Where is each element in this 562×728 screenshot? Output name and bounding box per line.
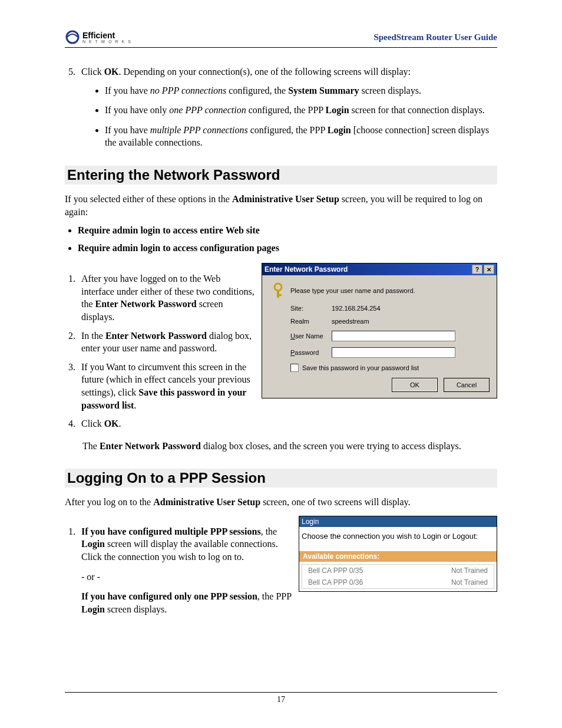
sec1-intro: If you selected either of these options … [65, 193, 497, 218]
heading-ppp-session: Logging On to a PPP Session [65, 469, 497, 487]
text: OK [104, 67, 119, 77]
ok-button[interactable]: OK [392, 378, 438, 392]
connections-table: Bell CA PPP 0/35 Not Trained Bell CA PPP… [302, 565, 494, 588]
dialog-prompt: Please type your user name and password. [290, 287, 415, 294]
page-footer: 17 [65, 692, 497, 704]
sec1-step1: After you have logged on to the Web inte… [78, 272, 254, 323]
svg-rect-3 [277, 294, 282, 296]
sec1-step3: If you Want to circumvent this screen in… [78, 361, 254, 411]
sec2-steps: If you have configured multiple PPP sess… [78, 525, 292, 616]
sec1-steps: After you have logged on to the Web inte… [78, 272, 254, 430]
text: Click [81, 67, 104, 77]
svg-point-1 [275, 284, 282, 291]
login-title: Login [299, 516, 497, 527]
key-icon [270, 282, 290, 299]
guide-title: SpeedStream Router User Guide [373, 32, 497, 42]
save-password-label: Save this password in your password list [302, 364, 419, 371]
connection-name: Bell CA PPP 0/36 [302, 577, 413, 588]
connection-status: Not Trained [413, 565, 494, 577]
heading-enter-network-password: Entering the Network Password [65, 166, 497, 185]
connection-status: Not Trained [413, 577, 494, 588]
username-input[interactable] [332, 331, 455, 341]
page-number: 17 [277, 695, 285, 704]
login-panel: Login Choose the connection you wish to … [299, 516, 497, 592]
bullet-multi-ppp: If you have multiple PPP connections con… [105, 124, 497, 149]
dialog-title: Enter Network Password [265, 265, 348, 274]
login-message: Choose the connection you wish to Login … [299, 527, 497, 551]
text: . Depending on your connection(s), one o… [119, 67, 411, 77]
help-button[interactable]: ? [472, 265, 482, 274]
step-list-top: Click OK. Depending on your connection(s… [78, 65, 497, 149]
opt-entire-site: Require admin login to access entire Web… [78, 225, 497, 236]
connection-name: Bell CA PPP 0/35 [302, 565, 413, 577]
logo-sub-text: N E T W O R K S [82, 39, 132, 44]
svg-point-0 [67, 31, 78, 43]
sec1-after: The Enter Network Password dialog box cl… [82, 440, 497, 453]
sec2-intro: After you log on to the Administrative U… [65, 496, 497, 509]
bullet-one-ppp: If you have only one PPP connection conf… [105, 104, 497, 117]
page-header: Efficient N E T W O R K S SpeedStream Ro… [65, 29, 497, 48]
connection-row[interactable]: Bell CA PPP 0/35 Not Trained [302, 565, 494, 577]
realm-value: speedstream [332, 318, 490, 325]
or-divider: - or - [81, 571, 292, 584]
sec1-step4: Click OK. [78, 417, 254, 430]
logo: Efficient N E T W O R K S [65, 29, 132, 45]
close-button[interactable]: ✕ [484, 265, 494, 274]
opt-config-pages: Require admin login to access configurat… [78, 243, 497, 253]
sec1-step2: In the Enter Network Password dialog box… [78, 330, 254, 355]
site-label: Site: [290, 305, 332, 312]
username-label: User Name [290, 332, 332, 340]
bullet-no-ppp: If you have no PPP connections configure… [105, 84, 497, 97]
logo-icon [65, 29, 80, 45]
sec2-step1: If you have configured multiple PPP sess… [78, 525, 292, 616]
connection-row[interactable]: Bell CA PPP 0/36 Not Trained [302, 577, 494, 588]
password-input[interactable] [332, 347, 455, 358]
available-connections-header: Available connections: [299, 551, 497, 562]
realm-label: Realm [290, 318, 332, 325]
enter-network-password-dialog: Enter Network Password ? ✕ [262, 263, 497, 398]
site-value: 192.168.254.254 [332, 305, 490, 312]
step-5: Click OK. Depending on your connection(s… [78, 65, 497, 149]
logo-main-text: Efficient [82, 31, 132, 39]
cancel-button[interactable]: Cancel [444, 378, 490, 392]
password-label: Password [290, 349, 332, 356]
save-password-checkbox[interactable] [290, 364, 299, 372]
